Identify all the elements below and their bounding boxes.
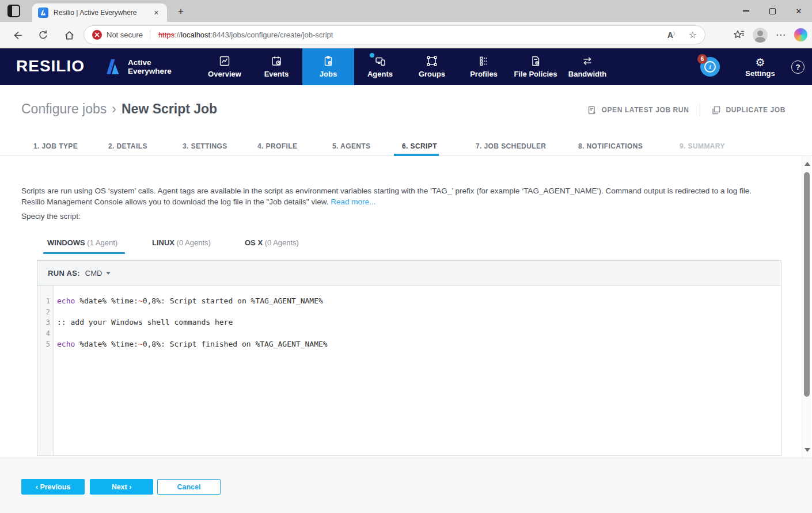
browser-toolbar: Not secure https://localhost:8443/jobs/c… [0,22,812,48]
minimize-icon [743,10,749,12]
breadcrumb-parent[interactable]: Configure jobs [21,101,107,116]
info-icon: i [704,61,716,73]
duplicate-icon [711,105,721,115]
events-icon [271,55,282,67]
tab-title: Resilio | Active Everywhere [54,9,151,17]
address-bar[interactable]: Not secure https://localhost:8443/jobs/c… [84,25,705,44]
app-navbar: RESILIO Active Everywhere Overview Event… [0,48,812,85]
nav-item-events[interactable]: Events [251,48,302,85]
security-status-label[interactable]: Not secure [107,31,143,39]
nav-item-settings[interactable]: ⚙ Settings [739,48,781,85]
editor-code-area[interactable]: echo %date% %time:~0,8%: Script started … [54,286,781,455]
toolbar-right-actions: ⋯ [733,25,807,44]
wizard-steps: 1. JOB TYPE 2. DETAILS 3. SETTINGS 4. PR… [0,134,812,156]
step-profile[interactable]: 4. PROFILE [257,142,297,150]
address-bar-actions: A) ☆ [667,29,697,40]
window-controls: ✕ [733,0,812,22]
step-job-type[interactable]: 1. JOB TYPE [33,142,78,150]
step-agents[interactable]: 5. AGENTS [332,142,371,150]
tab-workspaces-icon-inner [12,6,19,16]
editor-gutter: 1 2 3 4 5 [37,286,54,455]
page-title: New Script Job [122,101,217,116]
url-text[interactable]: https://localhost:8443/jobs/configure/cr… [158,31,661,39]
nav-item-groups[interactable]: Groups [406,48,458,85]
help-button[interactable]: ? [791,60,805,74]
notifications-button[interactable]: 6 i [700,57,720,77]
jobs-icon [322,55,334,67]
read-more-link[interactable]: Read more... [331,197,375,206]
tab-windows[interactable]: WINDOWS (1 Agent) [47,238,117,247]
copilot-icon[interactable] [794,28,807,41]
browser-tab-strip: Resilio | Active Everywhere ✕ + ✕ [0,0,812,22]
open-latest-job-run-button[interactable]: OPEN LATEST JOB RUN [587,105,689,115]
browser-tab[interactable]: Resilio | Active Everywhere ✕ [32,3,167,22]
nav-item-overview[interactable]: Overview [199,48,251,85]
chevron-down-icon [106,272,111,275]
step-notifications[interactable]: 8. NOTIFICATIONS [578,142,643,150]
maximize-icon [769,8,776,14]
next-button[interactable]: Next › [90,479,153,495]
step-details[interactable]: 2. DETAILS [108,142,147,150]
vertical-scrollbar[interactable] [802,156,811,458]
run-as-dropdown[interactable]: CMD [85,269,111,278]
previous-button[interactable]: ‹ Previous [21,479,85,495]
resilio-favicon [38,7,48,18]
line-number: 5 [37,339,54,350]
step-summary: 9. SUMMARY [680,142,725,150]
maximize-button[interactable] [759,0,786,22]
agents-notification-dot [370,53,374,58]
wizard-footer: ‹ Previous Next › Cancel [0,458,812,513]
resilio-wordmark: RESILIO [16,57,85,75]
breadcrumb-separator: › [112,101,116,116]
browser-menu-icon[interactable]: ⋯ [776,29,786,41]
new-tab-button[interactable]: + [174,5,188,18]
nav-item-bandwidth[interactable]: Bandwidth [561,48,613,85]
nav-item-file-policies[interactable]: File Policies [510,48,561,85]
profile-avatar[interactable] [753,28,768,43]
groups-icon [426,55,438,67]
nav-item-profiles[interactable]: Profiles [458,48,510,85]
scroll-down-arrow[interactable] [805,448,810,452]
close-window-button[interactable]: ✕ [786,0,812,22]
step-script[interactable]: 6. SCRIPT [402,142,437,150]
back-button[interactable] [9,27,25,43]
nav-item-jobs[interactable]: Jobs [302,48,354,85]
file-policies-icon [530,55,541,67]
home-button[interactable] [61,27,77,43]
step-job-scheduler[interactable]: 7. JOB SCHEDULER [476,142,546,150]
scroll-up-arrow[interactable] [805,162,810,166]
tab-osx[interactable]: OS X (0 Agents) [245,238,299,247]
overview-icon [219,55,230,67]
code-line-3: :: add your Windows shell commands here [57,317,781,328]
duplicate-job-button[interactable]: DUPLICATE JOB [711,105,786,115]
notification-count-badge: 6 [697,54,707,64]
page-header: Configure jobs›New Script Job OPEN LATES… [0,85,812,134]
script-description: Scripts are run using OS ‘system’ calls.… [21,186,764,207]
scrollbar-thumb[interactable] [804,172,810,397]
script-step-content: Scripts are run using OS ‘system’ calls.… [0,156,812,458]
favorite-star-icon[interactable]: ☆ [689,29,697,40]
help-icon: ? [796,63,800,71]
os-tabs: WINDOWS (1 Agent) LINUX (0 Agents) OS X … [0,235,812,254]
line-number: 2 [37,307,54,318]
agents-icon [374,55,386,67]
tab-close-icon[interactable]: ✕ [151,8,161,18]
script-code-editor[interactable]: 1 2 3 4 5 echo %date% %time:~0,8%: Scrip… [37,286,781,456]
specify-script-label: Speciy the script: [21,212,81,221]
url-host: localhost [181,31,210,39]
open-job-run-icon [587,105,597,115]
read-aloud-icon[interactable]: A) [667,31,675,40]
tab-workspaces-icon[interactable] [7,5,20,17]
tab-linux[interactable]: LINUX (0 Agents) [152,238,211,247]
nav-item-agents[interactable]: Agents [354,48,406,85]
collections-icon[interactable] [733,29,745,41]
step-settings[interactable]: 3. SETTINGS [183,142,227,150]
cancel-button[interactable]: Cancel [157,479,221,495]
reload-button[interactable] [35,27,51,43]
url-scheme: https [158,31,174,39]
not-secure-icon [92,30,102,40]
bandwidth-icon [582,55,593,67]
url-separator: :// [174,31,181,39]
header-actions: OPEN LATEST JOB RUN DUPLICATE JOB [587,104,786,116]
minimize-button[interactable] [733,0,759,22]
